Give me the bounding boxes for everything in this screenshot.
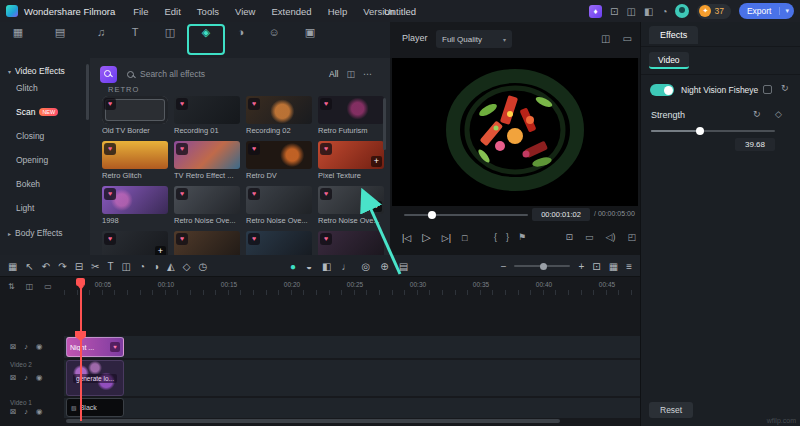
sidebar-header[interactable]: ▾ Video Effects [0,58,90,76]
effect-item[interactable]: ♥ Retro Noise Ove... [246,186,312,226]
favorite-heart-icon[interactable]: ♥ [320,98,332,110]
snapshot-icon[interactable]: ▭ [585,232,594,242]
panel-icon[interactable]: ◧ [644,6,653,17]
add-marker-icon[interactable]: ⊕ [380,261,388,272]
track-video1[interactable] [64,398,640,418]
effects-scrollbar[interactable] [383,98,386,150]
menu-help[interactable]: Help [322,6,354,17]
credits-badge[interactable]: ✦ 37 [697,4,730,19]
notification-bell-icon[interactable]: ◔ [661,6,667,17]
text-tool-icon[interactable]: T [107,261,113,272]
favorite-heart-icon[interactable]: ♥ [176,98,188,110]
track-manage-icon[interactable]: ⇅ [8,282,15,291]
effect-item[interactable]: ♥+ Pixel Texture [318,141,384,181]
favorite-heart-icon[interactable]: ♥ [248,188,260,200]
track-film-icon[interactable]: ▭ [44,282,52,291]
effect-thumbnail[interactable]: ♥ [246,231,312,255]
effect-enable-toggle[interactable] [650,84,674,96]
split-icon[interactable]: ✂ [91,261,99,272]
zoom-out-icon[interactable]: − [501,261,507,272]
redo-icon[interactable]: ↷ [58,261,66,272]
playhead-handle[interactable] [428,211,436,219]
add-effect-button[interactable]: + [371,201,382,212]
menu-view[interactable]: View [229,6,261,17]
strength-value[interactable]: 39.68 [735,138,775,151]
effect-item[interactable]: ♥+ [102,231,168,255]
layout-icon[interactable]: ◫ [626,6,635,17]
effect-item[interactable]: ♥ Old TV Border [102,96,168,136]
effect-item[interactable]: ♥ Retro Noise Ove... [174,186,240,226]
favorite-heart-icon[interactable]: ♥ [110,342,120,352]
effect-item[interactable]: ♥ Retro Futurism [318,96,384,136]
export-caret-icon[interactable]: ▾ [779,7,794,15]
color-icon[interactable]: ◑ [153,261,159,272]
speaker-icon[interactable]: ◁) [606,232,616,242]
ai-search-icon[interactable] [100,66,117,83]
effect-thumbnail[interactable]: ♥ [102,96,168,124]
filter-all-button[interactable]: All [329,69,338,79]
add-effect-button[interactable]: + [155,246,166,255]
effect-thumbnail[interactable]: ♥ [102,186,168,214]
effect-thumbnail[interactable]: ♥ [174,96,240,124]
effect-item[interactable]: ♥ Retro DV [246,141,312,181]
stop-button[interactable]: □ [462,233,467,243]
user-avatar[interactable] [675,4,689,18]
track-video2[interactable] [64,360,640,396]
clip-black[interactable]: ▧ Black [66,398,124,417]
skip-forward-button[interactable]: ▷| [442,233,451,243]
marker-flag-icon[interactable]: ⚑ [518,232,526,242]
timeline-playhead-handle[interactable] [76,278,85,286]
track-mute-icon[interactable]: ♪ [24,373,28,382]
timeline-ruler[interactable]: ⇅ ◫ ▭ 00:05 00:10 00:15 00:20 00:25 00:3… [0,278,640,295]
properties-tab-effects[interactable]: Effects [649,26,698,44]
menu-edit[interactable]: Edit [158,6,186,17]
view-toggle-icon[interactable]: ◫ [346,69,355,79]
record-voiceover-icon[interactable]: ◎ [362,261,371,272]
video-preview[interactable] [392,58,638,206]
favorite-heart-icon[interactable]: ♥ [176,143,188,155]
track-visibility-icon[interactable]: ◉ [36,342,43,351]
skip-back-button[interactable]: |◁ [402,233,411,243]
effect-thumbnail[interactable]: ♥ [174,186,240,214]
favorite-heart-icon[interactable]: ♥ [104,188,116,200]
chroma-key-icon[interactable]: ● [290,261,296,272]
strength-slider-knob[interactable] [696,127,704,135]
reset-button[interactable]: Reset [649,402,693,418]
favorite-heart-icon[interactable]: ♥ [320,188,332,200]
track-camera-icon[interactable]: ◫ [26,282,34,291]
timeline-scrollbar[interactable] [66,419,560,423]
track-effect[interactable] [64,336,640,358]
menu-tools[interactable]: Tools [191,6,225,17]
effect-item[interactable]: ♥ [174,231,240,255]
pointer-icon[interactable]: ↖ [25,261,33,272]
add-effect-button[interactable]: + [371,156,382,167]
favorite-heart-icon[interactable]: ♥ [176,188,188,200]
export-button[interactable]: Export ▾ [739,3,794,19]
effect-checkbox[interactable] [763,85,772,94]
favorite-heart-icon[interactable]: ♥ [248,233,260,245]
effect-item[interactable]: ♥ Recording 01 [174,96,240,136]
stabilize-icon[interactable]: ◧ [322,261,331,272]
speed-icon[interactable]: ◔ [139,261,145,272]
sidebar-item-closing[interactable]: Closing [0,124,90,148]
effect-item[interactable]: ♥+ Retro Noise Ove... [318,186,384,226]
clip-generated-video[interactable]: generate lo... [66,360,124,396]
effect-thumbnail[interactable]: ♥+ [318,141,384,169]
crop-preview-icon[interactable]: ⊡ [566,232,574,242]
effect-item[interactable]: ♥ [318,231,384,255]
favorite-heart-icon[interactable]: ♥ [248,143,260,155]
effect-reset-icon[interactable]: ↻ [781,83,789,93]
favorite-heart-icon[interactable]: ♥ [104,98,116,110]
effect-thumbnail[interactable]: ♥ [318,231,384,255]
track-mute-icon[interactable]: ♪ [24,342,28,351]
track-visibility-icon[interactable]: ◉ [36,373,43,382]
mask-icon[interactable]: ◭ [167,261,175,272]
preview-layout-icon[interactable]: ◫ [601,33,610,44]
effect-thumbnail[interactable]: ♥ [174,141,240,169]
audio-mixer-icon[interactable]: ♩ [342,261,352,272]
effect-item[interactable]: ♥ [246,231,312,255]
track-lock-icon[interactable]: ⊠ [10,407,16,416]
track-lock-icon[interactable]: ⊠ [10,373,16,382]
track-visibility-icon[interactable]: ◉ [36,407,43,416]
sidebar-item-scan[interactable]: Scan NEW [0,100,90,124]
